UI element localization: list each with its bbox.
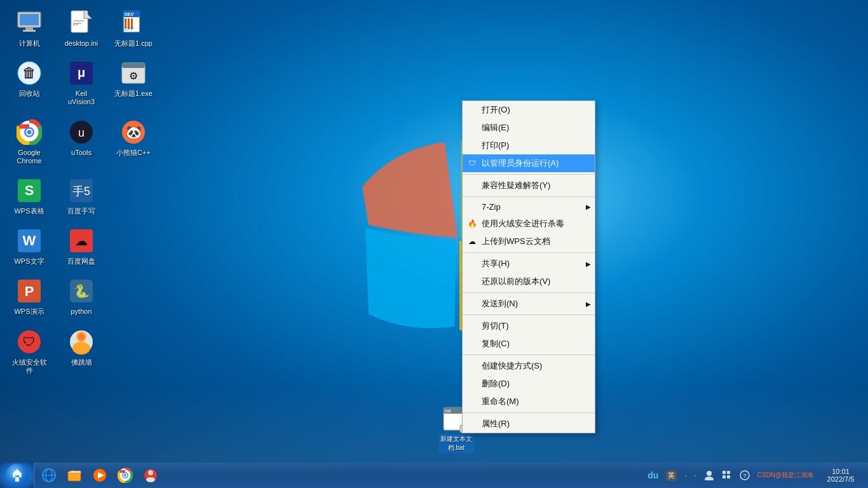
menu-item-delete[interactable]: 删除(D) — [463, 375, 595, 393]
svg-point-69 — [707, 471, 712, 476]
clock-date: 2022/7/5 — [827, 475, 855, 483]
fire-safety-icon-img: 🛡 — [15, 328, 43, 356]
separator-3 — [463, 252, 595, 253]
taskbar-chrome-icon[interactable] — [113, 464, 137, 487]
exe-icon-img: ⚙ — [119, 59, 147, 87]
menu-item-rename[interactable]: 重命名(M) — [463, 393, 595, 410]
desktop-waves — [0, 386, 868, 463]
xiaoxiong-icon-img: 🐼 — [119, 118, 147, 146]
icon-computer[interactable]: 计算机 — [6, 6, 52, 50]
tray-du[interactable]: du — [645, 469, 661, 482]
svg-rect-2 — [25, 27, 33, 30]
icon-python[interactable]: 🐍 python — [58, 274, 104, 318]
icon-wps-word[interactable]: W WPS文字 — [6, 224, 52, 268]
icon-row-6: P WPS演示 🐍 python — [6, 274, 156, 318]
utools-label: uTools — [71, 149, 92, 157]
dot2-label: · — [694, 471, 696, 479]
icon-utools[interactable]: u uTools — [58, 116, 104, 168]
menu-item-share[interactable]: 共享(H) ▶ — [463, 255, 595, 273]
svg-rect-3 — [23, 30, 36, 32]
computer-icon-img — [15, 9, 43, 37]
menu-print-label: 打印(P) — [482, 140, 509, 151]
keil-icon-img: μ — [67, 59, 95, 87]
menu-item-run-as-admin[interactable]: 🛡 以管理员身份运行(A) — [463, 154, 595, 172]
fire-safety-label: 火绒安全软 件 — [12, 358, 47, 375]
icon-row-2: 🗑 回收站 μ Keil uVision3 — [6, 57, 156, 109]
computer-icon-label: 计算机 — [19, 39, 40, 48]
start-button[interactable] — [0, 463, 34, 488]
icon-cpp-file[interactable]: DEV CPP 无标题1.cpp — [111, 6, 156, 50]
tray-question-icon[interactable]: ? — [737, 469, 752, 482]
keil-label: Keil uVision3 — [68, 90, 95, 106]
system-clock[interactable]: 10:01 2022/7/5 — [818, 466, 863, 484]
svg-text:☁: ☁ — [75, 234, 88, 248]
svg-point-27 — [27, 130, 32, 134]
icon-xiaoxiong[interactable]: 🐼 小熊猫C++ — [111, 116, 156, 168]
menu-7zip-label: 7-Zip — [482, 202, 501, 212]
taskbar-explorer-icon[interactable] — [62, 464, 86, 487]
taskbar-vpn-icon[interactable] — [139, 464, 163, 487]
menu-copy-label: 复制(C) — [482, 338, 510, 349]
icon-baidu-input[interactable]: 手5 百度手写 — [58, 174, 104, 218]
icon-recycle[interactable]: 🗑 回收站 — [6, 57, 52, 109]
menu-item-restore[interactable]: 还原以前的版本(V) — [463, 273, 595, 290]
icon-fire-safety[interactable]: 🛡 火绒安全软 件 — [6, 325, 52, 377]
python-icon-img: 🐍 — [67, 277, 95, 305]
taskbar-ie-icon[interactable] — [37, 464, 61, 487]
icon-wps-ppt[interactable]: P WPS演示 — [6, 274, 52, 318]
wps-ppt-label: WPS演示 — [14, 308, 44, 316]
svg-rect-55 — [15, 477, 19, 482]
menu-restore-label: 还原以前的版本(V) — [482, 276, 550, 287]
svg-text:手5: 手5 — [72, 185, 90, 198]
menu-item-copy[interactable]: 复制(C) — [463, 335, 595, 353]
menu-item-compat[interactable]: 兼容性疑难解答(Y) — [463, 177, 595, 194]
menu-run-as-admin-label: 以管理员身份运行(A) — [482, 158, 559, 169]
icon-exe-file[interactable]: ⚙ 无标题1.exe — [111, 57, 156, 109]
input-label: 英 — [666, 470, 677, 481]
tray-grid-icon[interactable] — [719, 469, 735, 482]
menu-item-cut[interactable]: 剪切(T) — [463, 317, 595, 335]
tray-csdn[interactable]: CSDN@我是江湖海 — [755, 470, 817, 481]
wps-ppt-icon-img: P — [15, 277, 43, 305]
icon-wps-table[interactable]: S WPS表格 — [6, 174, 52, 218]
menu-item-edit[interactable]: 编辑(E) — [463, 119, 595, 137]
tray-input-method[interactable]: 英 — [663, 469, 679, 482]
icon-buddha[interactable]: 佛跳墙 — [58, 325, 104, 377]
desktop-ini-icon-img: ini — [67, 9, 95, 37]
menu-rename-label: 重命名(M) — [482, 396, 519, 407]
svg-text:CPP: CPP — [125, 27, 134, 31]
baidu-input-icon-img: 手5 — [67, 177, 95, 205]
menu-item-properties[interactable]: 属性(R) — [463, 415, 595, 433]
icon-chrome[interactable]: Google Chrome — [6, 116, 52, 168]
menu-cut-label: 剪切(T) — [482, 320, 509, 332]
menu-item-sendto[interactable]: 发送到(N) ▶ — [463, 295, 595, 313]
svg-point-67 — [148, 470, 153, 475]
icon-row-4: S WPS表格 手5 百度手写 — [6, 174, 156, 218]
taskbar-media-icon[interactable] — [88, 464, 112, 487]
menu-item-7zip[interactable]: 7-Zip ▶ — [463, 199, 595, 215]
baidu-cloud-label: 百度网盘 — [67, 257, 95, 266]
svg-text:⚙: ⚙ — [129, 71, 138, 81]
menu-share-label: 共享(H) — [482, 258, 510, 269]
desktop: 计算机 ini desktop.ini — [0, 0, 868, 488]
separator-6 — [463, 355, 595, 355]
menu-item-print[interactable]: 打印(P) — [463, 137, 595, 154]
menu-item-wps-upload[interactable]: ☁ 上传到WPS云文档 — [463, 233, 595, 250]
svg-rect-6 — [74, 20, 84, 22]
menu-item-create-shortcut[interactable]: 创建快捷方式(S) — [463, 357, 595, 375]
icon-baidu-cloud[interactable]: ☁ 百度网盘 — [58, 224, 104, 268]
menu-item-open[interactable]: 打开(O) — [463, 101, 595, 119]
svg-rect-73 — [722, 475, 726, 478]
start-orb — [6, 464, 29, 487]
tray-user-icon[interactable] — [702, 469, 717, 482]
svg-rect-71 — [722, 471, 726, 474]
csdn-label: CSDN@我是江湖海 — [757, 471, 814, 480]
icon-desktop-ini[interactable]: ini desktop.ini — [58, 6, 104, 50]
cpp-icon-img: DEV CPP — [119, 9, 147, 37]
taskbar: du 英 · · — [0, 463, 868, 488]
submenu-arrow-sendto: ▶ — [586, 301, 591, 308]
menu-compat-label: 兼容性疑难解答(Y) — [482, 180, 550, 191]
icon-keil[interactable]: μ Keil uVision3 — [58, 57, 104, 109]
context-menu: 打开(O) 编辑(E) 打印(P) 🛡 以管理员身份运行(A) 兼容性疑难解答(… — [462, 100, 595, 433]
menu-item-antivirus[interactable]: 🔥 使用火绒安全进行杀毒 — [463, 215, 595, 233]
